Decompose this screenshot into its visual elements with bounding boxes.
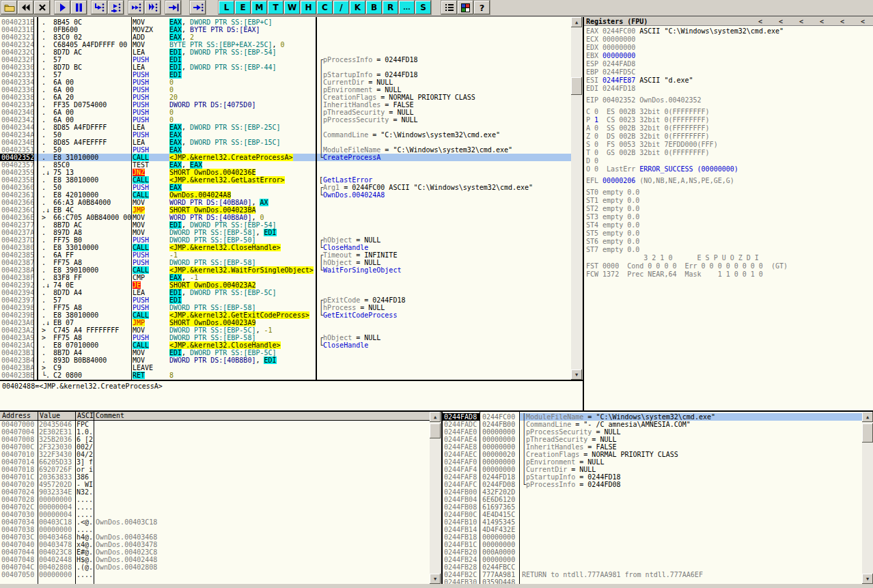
register-line[interactable]: FST 0000 Cond 0 0 0 0 Err 0 0 0 0 0 0 0 … bbox=[584, 262, 873, 270]
stack-row[interactable]: 0244FB1041495345 bbox=[443, 518, 862, 526]
stack-row[interactable]: 0244FAE400000000│pThreadSecurity = NULL bbox=[443, 436, 862, 443]
view-executables-button[interactable]: E bbox=[235, 1, 251, 14]
stack-row[interactable]: 0244FAEC00000020│CreationFlags = NORMAL_… bbox=[443, 451, 862, 458]
register-line[interactable]: T 0 GS 002B 32bit 0(FFFFFFFF) bbox=[584, 149, 873, 157]
dump-column-header[interactable]: ASCI bbox=[75, 412, 94, 420]
comment-row[interactable] bbox=[317, 364, 571, 372]
register-line[interactable]: Z 0 DS 002B 32bit 0(FFFFFFFF) bbox=[584, 132, 873, 141]
dump-row[interactable]: 0040700020435046FPC bbox=[0, 421, 430, 428]
dump-row[interactable]: 004070042E302E311.0. bbox=[0, 428, 430, 436]
dump-row[interactable]: 00407044004023C8È#@.OwnDos.004023C8 bbox=[0, 548, 430, 556]
disasm-row[interactable]: 0040235B.E8 38010000CALL<JMP.&kernel32.G… bbox=[0, 176, 316, 184]
scroll-thumb[interactable] bbox=[571, 77, 582, 95]
dump-row[interactable]: 0040705000000000.... bbox=[0, 571, 430, 578]
dump-column-header[interactable]: Value bbox=[38, 412, 75, 420]
comment-row[interactable] bbox=[317, 169, 571, 176]
dump-row[interactable]: 0040703800000000.... bbox=[0, 526, 430, 533]
collapse-button[interactable]: < bbox=[791, 18, 812, 25]
disasm-scrollbar[interactable]: ▲ ▼ bbox=[571, 17, 582, 380]
stack-scrollbar[interactable]: ▲ ▼ bbox=[862, 412, 873, 584]
stack-row[interactable]: 0244FB144D4F432E bbox=[443, 526, 862, 533]
disasm-row[interactable]: 0040231B.8B45 0CMOVEAX, DWORD PTR SS:[EB… bbox=[0, 18, 316, 26]
comment-row[interactable] bbox=[317, 229, 571, 236]
dump-row[interactable]: 0040704800402448H$@.OwnDos.00402448 bbox=[0, 556, 430, 563]
collapse-button[interactable]: < bbox=[750, 18, 771, 25]
comment-row[interactable] bbox=[317, 319, 571, 326]
comment-row[interactable]: │pThreadSecurity = NULL bbox=[317, 109, 571, 116]
stack-row[interactable]: 0244FB00432F202D bbox=[443, 488, 862, 496]
disasm-row[interactable]: 00402380.E8 33010000CALL<JMP.&kernel32.C… bbox=[0, 244, 316, 251]
dump-column-header[interactable]: Address bbox=[0, 412, 38, 420]
disasm-row[interactable]: 004023BA>C9LEAVE bbox=[0, 364, 316, 372]
disasm-row[interactable]: 004023A0.↓EB 07JMPSHORT OwnDos.004023A9 bbox=[0, 319, 316, 326]
comment-row[interactable]: └WaitForSingleObject bbox=[317, 266, 571, 274]
stack-row[interactable]: 0244FAF400000000│CurrentDir = NULL bbox=[443, 466, 862, 473]
collapse-button[interactable]: < bbox=[832, 18, 853, 25]
disasm-row[interactable]: 00402398.FF75 A8PUSHDWORD PTR SS:[EBP-58… bbox=[0, 304, 316, 311]
disasm-row[interactable]: 0040238F.83F8 FFCMPEAX, -1 bbox=[0, 274, 316, 281]
disasm-row[interactable]: 00402338.6A 20PUSH20 bbox=[0, 94, 316, 101]
disasm-row[interactable]: 0040238A.E8 39010000CALL<JMP.&kernel32.W… bbox=[0, 266, 316, 274]
comment-row[interactable] bbox=[317, 199, 571, 206]
restart-button[interactable] bbox=[18, 1, 33, 14]
register-line[interactable]: ST1 empty 0.0 bbox=[584, 197, 873, 205]
step-into-button[interactable] bbox=[92, 1, 107, 14]
view-references-button[interactable]: R bbox=[383, 1, 398, 14]
animate-into-button[interactable] bbox=[128, 1, 144, 14]
stack-row[interactable]: 0244FAF000000000│pEnvironment = NULL bbox=[443, 458, 862, 466]
comment-row[interactable]: └GetExitCodeProcess bbox=[317, 311, 571, 319]
comment-row[interactable]: │pEnvironment = NULL bbox=[317, 86, 571, 94]
dump-row[interactable]: 0040703C00403468h4@.OwnDos.00403468 bbox=[0, 533, 430, 541]
view-breakpoints-button[interactable]: B bbox=[366, 1, 382, 14]
stack-row[interactable]: 0244FB1C00000000 bbox=[443, 541, 862, 548]
comment-row[interactable]: │CommandLine = "C:\Windows\system32\cmd.… bbox=[317, 131, 571, 139]
register-line[interactable]: ECX 00000000 bbox=[584, 36, 873, 44]
run-to-return-button[interactable] bbox=[165, 1, 181, 14]
comment-row[interactable]: │pStartupInfo = 0244FD18 bbox=[317, 71, 571, 79]
animate-over-button[interactable] bbox=[145, 1, 161, 14]
disasm-row[interactable]: 00402352.E8 31010000CALL<JMP.&kernel32.C… bbox=[0, 154, 316, 161]
comment-row[interactable] bbox=[317, 48, 571, 56]
register-line[interactable]: EDX 00000000 bbox=[584, 44, 873, 52]
run-to-user-button[interactable] bbox=[190, 1, 206, 14]
disasm-row[interactable]: 004023A2>C745 A4 FFFFFFFFMOVDWORD PTR SS… bbox=[0, 326, 316, 334]
appearance-button[interactable] bbox=[458, 1, 473, 14]
comment-row[interactable]: └CreateProcessA bbox=[317, 154, 571, 161]
disassembly-pane[interactable]: 0040231B.8B45 0CMOVEAX, DWORD PTR SS:[EB… bbox=[0, 17, 316, 380]
close-button[interactable] bbox=[34, 1, 50, 14]
disasm-row[interactable]: 00402334.6A 00PUSH0 bbox=[0, 79, 316, 86]
comment-row[interactable]: ┌hObject = NULL bbox=[317, 236, 571, 244]
disasm-row[interactable]: 0040232C.8D7D ACLEAEDI, DWORD PTR SS:[EB… bbox=[0, 48, 316, 56]
stack-row[interactable]: 0244FB046E6D6120 bbox=[443, 496, 862, 503]
disasm-row[interactable]: 00402342.6A 00PUSH0 bbox=[0, 116, 316, 124]
register-line[interactable]: EAX 0244FC00 ASCII "C:\Windows\system32\… bbox=[584, 27, 873, 36]
scroll-up-icon[interactable]: ▲ bbox=[430, 412, 441, 422]
comment-row[interactable] bbox=[317, 33, 571, 41]
comment-row[interactable]: │CurrentDir = NULL bbox=[317, 79, 571, 86]
stack-row[interactable]: 0244FB0C4E4D415C bbox=[443, 511, 862, 518]
view-threads-button[interactable]: T bbox=[268, 1, 283, 14]
register-line[interactable]: O 0 LastErr ERROR_SUCCESS (00000000) bbox=[584, 165, 873, 173]
comment-row[interactable] bbox=[317, 18, 571, 26]
register-line[interactable]: S 0 FS 0053 32bit 7EFDD000(FFF) bbox=[584, 141, 873, 149]
scroll-down-icon[interactable]: ▼ bbox=[862, 574, 873, 584]
comment-row[interactable] bbox=[317, 206, 571, 214]
comment-row[interactable] bbox=[317, 349, 571, 356]
stack-row[interactable]: 0244FB2400000000 bbox=[443, 556, 862, 563]
view-memory-button[interactable]: M bbox=[251, 1, 267, 14]
disasm-row[interactable]: 00402385.6A FFPUSH-1 bbox=[0, 251, 316, 259]
register-line[interactable]: EBX 00000000 bbox=[584, 52, 873, 60]
disasm-row[interactable]: 0040234A.50PUSHEAX bbox=[0, 131, 316, 139]
stack-row[interactable]: 0244FB0861697365 bbox=[443, 503, 862, 511]
comment-row[interactable]: └CloseHandle bbox=[317, 341, 571, 349]
view-run-trace-button[interactable]: ... bbox=[399, 1, 415, 14]
disasm-row[interactable]: 00402394.8D7D A4LEAEDI, DWORD PTR SS:[EB… bbox=[0, 289, 316, 296]
comment-row[interactable]: │pProcessSecurity = NULL bbox=[317, 116, 571, 124]
step-over-button[interactable] bbox=[108, 1, 124, 14]
pause-button[interactable] bbox=[71, 1, 87, 14]
disasm-row[interactable]: 00402351.50PUSHEAX bbox=[0, 146, 316, 154]
view-handles-button[interactable]: H bbox=[301, 1, 316, 14]
stack-row[interactable]: 0244FAFC0244FD08└pProcessInfo = 0244FD08 bbox=[443, 481, 862, 488]
comment-row[interactable]: [GetLastError bbox=[317, 176, 571, 184]
comment-pane[interactable]: ┌pProcessInfo = 0244FD18││pStartupInfo =… bbox=[317, 17, 571, 380]
